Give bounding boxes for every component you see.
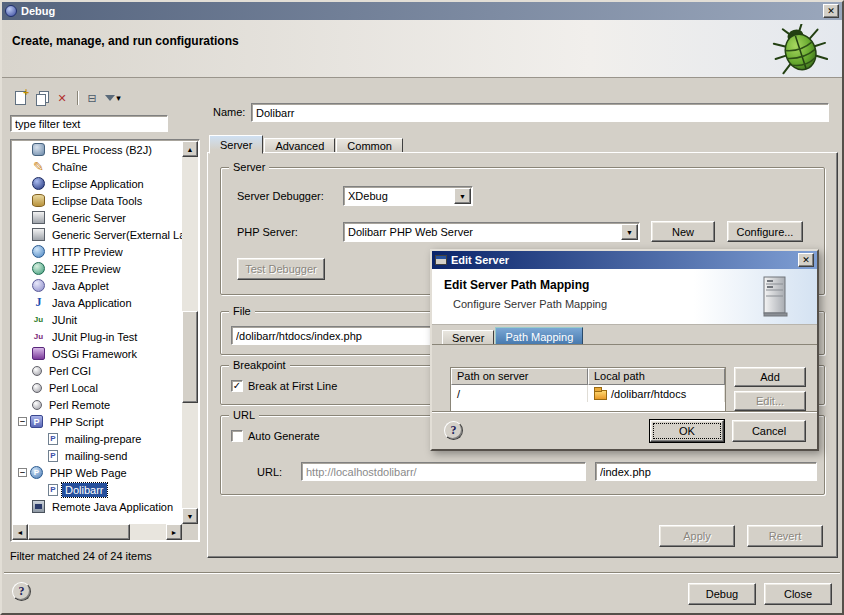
test-debugger-button[interactable]: Test Debugger: [237, 258, 325, 280]
tree-item-eclipse-data-tools[interactable]: Eclipse Data Tools: [12, 192, 182, 209]
server-debugger-combo[interactable]: XDebug: [343, 186, 473, 206]
vertical-scrollbar[interactable]: [182, 141, 198, 524]
tree-item-java-application[interactable]: Java Application: [12, 294, 182, 311]
window-titlebar[interactable]: Debug: [2, 2, 842, 20]
vertical-scrollbar-thumb[interactable]: [182, 311, 198, 403]
column-header-path-on-server[interactable]: Path on server: [451, 368, 588, 385]
tree-item-cha-ne[interactable]: Chaîne: [12, 158, 182, 175]
tree-item-mailing-prepare[interactable]: mailing-prepare: [12, 430, 182, 447]
collapse-expander-icon[interactable]: −: [18, 468, 27, 477]
tree-item-j2ee-preview[interactable]: J2EE Preview: [12, 260, 182, 277]
tree-item-junit[interactable]: JUnit: [12, 311, 182, 328]
server-path-cell: /: [451, 385, 588, 402]
tree-item-perl-local[interactable]: Perl Local: [12, 379, 182, 396]
tree-item-label: Perl Remote: [46, 398, 113, 412]
url-base-input[interactable]: [301, 462, 586, 481]
tree-item-mailing-send[interactable]: mailing-send: [12, 447, 182, 464]
url-label: URL:: [257, 466, 282, 478]
tree-item-dolibarr[interactable]: Dolibarr: [12, 481, 182, 498]
tree-item-osgi-framework[interactable]: OSGi Framework: [12, 345, 182, 362]
tree-item-label: PHP Script: [47, 415, 107, 429]
tree-item-junit-plug-in-test[interactable]: JUnit Plug-in Test: [12, 328, 182, 345]
apply-button[interactable]: Apply: [659, 525, 735, 547]
php-file-icon: [48, 433, 58, 445]
dialog-help-button[interactable]: [444, 421, 463, 440]
tree-item-label: Chaîne: [49, 160, 90, 174]
footer-separator: [4, 572, 840, 574]
tree-item-label: HTTP Preview: [49, 245, 126, 259]
tree-item-php-web-page[interactable]: −PHP Web Page: [12, 464, 182, 481]
tree-item-http-preview[interactable]: HTTP Preview: [12, 243, 182, 260]
edit-server-heading: Edit Server Path Mapping: [444, 278, 589, 292]
cancel-button[interactable]: Cancel: [732, 420, 806, 442]
scroll-left-button[interactable]: [12, 524, 28, 540]
horizontal-scrollbar-thumb[interactable]: [28, 524, 130, 540]
revert-button[interactable]: Revert: [747, 525, 823, 547]
tree-item-eclipse-application[interactable]: Eclipse Application: [12, 175, 182, 192]
horizontal-scrollbar[interactable]: [12, 524, 182, 540]
tree-item-label: BPEL Process (B2J): [49, 143, 155, 157]
php-script-icon: [30, 415, 43, 428]
debug-window: Debug Create, manage, and run configurat…: [0, 0, 844, 615]
tab-advanced[interactable]: Advanced: [264, 138, 335, 153]
tree-item-perl-remote[interactable]: Perl Remote: [12, 396, 182, 413]
config-toolbar: [10, 88, 124, 108]
configure-server-button[interactable]: Configure...: [727, 221, 803, 242]
filter-icon[interactable]: [103, 89, 123, 107]
edit-server-close-button[interactable]: [798, 253, 814, 267]
path-mapping-header-row: Path on serverLocal path: [451, 368, 725, 385]
close-button[interactable]: Close: [764, 583, 832, 605]
debug-button[interactable]: Debug: [688, 583, 756, 605]
auto-generate-checkbox[interactable]: [231, 430, 243, 442]
tab-common[interactable]: Common: [336, 138, 403, 153]
collapse-expander-icon[interactable]: −: [18, 417, 27, 426]
server-debugger-value: XDebug: [348, 190, 388, 202]
scroll-right-button[interactable]: [166, 524, 182, 540]
server-icon: [761, 275, 789, 319]
tree-item-bpel-process-b2j[interactable]: BPEL Process (B2J): [12, 141, 182, 158]
tree-item-java-applet[interactable]: Java Applet: [12, 277, 182, 294]
scroll-down-button[interactable]: [182, 508, 198, 524]
edit-server-titlebar[interactable]: Edit Server: [432, 251, 817, 269]
tab-server[interactable]: Server: [209, 135, 263, 154]
filter-input[interactable]: [10, 115, 168, 132]
scroll-up-button[interactable]: [182, 141, 198, 157]
column-header-local-path[interactable]: Local path: [588, 368, 725, 385]
tab-server[interactable]: Server: [442, 330, 494, 345]
perl-icon: [32, 400, 42, 410]
edit-server-dialog: Edit Server Edit Server Path Mapping Con…: [430, 249, 819, 451]
edit-mapping-button[interactable]: Edit...: [734, 391, 806, 411]
table-row[interactable]: //dolibarr/htdocs: [451, 385, 725, 402]
chevron-down-icon[interactable]: [454, 188, 471, 204]
tree-item-perl-cgi[interactable]: Perl CGI: [12, 362, 182, 379]
break-first-line-checkbox[interactable]: [231, 380, 243, 392]
new-server-button[interactable]: New: [651, 221, 715, 242]
php-server-combo[interactable]: Dolibarr PHP Web Server: [343, 222, 640, 242]
break-first-line-label: Break at First Line: [248, 380, 337, 392]
url-path-input[interactable]: [595, 462, 817, 481]
tab-path-mapping[interactable]: Path Mapping: [495, 327, 583, 345]
tree-item-remote-java-application[interactable]: Remote Java Application: [12, 498, 182, 515]
help-button[interactable]: [12, 582, 31, 601]
edit-server-header: Edit Server Path Mapping Configure Serve…: [432, 269, 817, 325]
collapse-all-icon[interactable]: [82, 89, 102, 107]
tree-item-php-script[interactable]: −PHP Script: [12, 413, 182, 430]
tree-item-generic-server[interactable]: Generic Server: [12, 209, 182, 226]
chevron-down-icon[interactable]: [621, 224, 638, 240]
delete-icon[interactable]: [52, 89, 72, 107]
tree-item-label: Eclipse Application: [49, 177, 147, 191]
junit-plugin-icon: [32, 330, 45, 343]
perl-icon: [32, 383, 42, 393]
tree-item-generic-server-external-la[interactable]: Generic Server(External La: [12, 226, 182, 243]
tree-item-label: OSGi Framework: [49, 347, 140, 361]
j2ee-icon: [32, 262, 45, 275]
feather-icon: [32, 160, 45, 173]
window-close-button[interactable]: [823, 4, 839, 18]
ok-button[interactable]: OK: [650, 420, 724, 442]
add-mapping-button[interactable]: Add: [734, 367, 806, 387]
name-input[interactable]: [251, 103, 829, 122]
duplicate-icon[interactable]: [31, 89, 51, 107]
auto-generate-label: Auto Generate: [248, 430, 320, 442]
new-config-icon[interactable]: [10, 89, 30, 107]
tree-rows: BPEL Process (B2J)ChaîneEclipse Applicat…: [12, 141, 182, 524]
